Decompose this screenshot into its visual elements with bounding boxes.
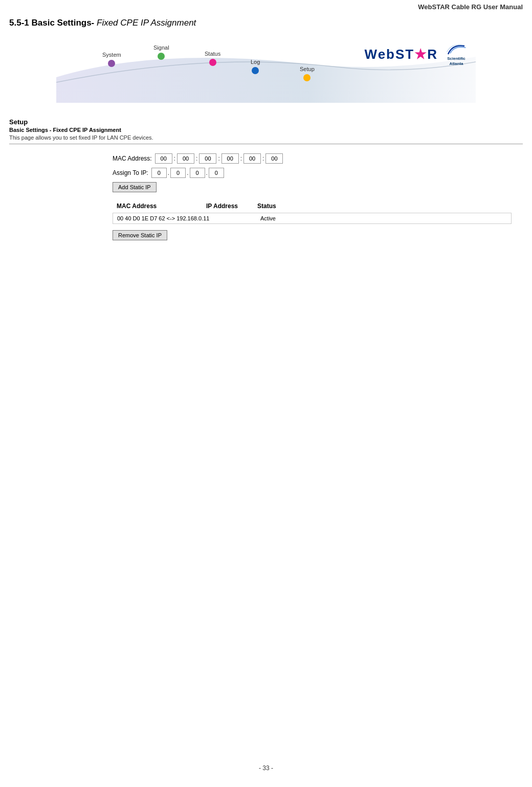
table-row: 00 40 D0 1E D7 62 <-> 192.168.0.11 Activ… [113,213,511,223]
table-header-row: MAC Address IP Address Status [113,201,512,211]
mac-field-2[interactable] [177,153,194,164]
manual-title: WebSTAR Cable RG User Manual [418,3,523,11]
webstar-logo: WebST ★ R ScientificAtlanta [365,41,471,67]
remove-static-ip-button[interactable]: Remove Static IP [113,230,167,240]
mac-field-1[interactable] [155,153,172,164]
ip-field-4[interactable] [209,168,224,178]
static-ip-table-section: MAC Address IP Address Status 00 40 D0 1… [113,201,512,224]
scientific-atlanta-logo: ScientificAtlanta [442,41,471,67]
section-title: 5.5-1 Basic Settings- Fixed CPE IP Assig… [0,13,532,31]
col-header-mac: MAC Address [117,203,206,210]
signal-dot [158,53,165,60]
webstar-text-before: WebST [365,47,415,62]
title-main: 5.5-1 Basic Settings- [9,18,94,28]
status-label: Status [205,51,220,57]
ip-field-1[interactable] [151,168,167,178]
log-dot [252,67,259,74]
sa-company-name: ScientificAtlanta [447,56,465,66]
signal-label: Signal [153,44,169,51]
nav-tab-setup[interactable]: Setup [300,66,315,81]
table-wrapper: 00 40 D0 1E D7 62 <-> 192.168.0.11 Activ… [113,213,512,224]
col-header-status: Status [257,203,293,210]
webstar-star-icon: ★ [414,47,427,62]
ip-field-2[interactable] [170,168,186,178]
nav-tab-system[interactable]: System [102,52,121,67]
ip-inputs-group: . . . [151,168,224,178]
page-number: - 33 - [259,764,273,772]
form-area: MAC Address: : : : : : Assign To IP: . .… [0,153,532,240]
nav-bar: System Signal Status Log Setup WebST ★ R [0,31,532,113]
mac-sep-1: : [174,155,175,162]
page-description: This page allows you to set fixed IP for… [9,134,523,141]
breadcrumb: Basic Settings - Fixed CPE IP Assignment [9,127,523,133]
mac-sep-5: : [262,155,264,162]
setup-nav-label: Setup [300,66,315,72]
mac-sep-3: : [218,155,219,162]
page-header: WebSTAR Cable RG User Manual [0,0,532,13]
nav-tab-signal[interactable]: Signal [153,44,169,60]
webstar-text-after: R [427,47,438,62]
table-cell-status: Active [260,215,296,221]
log-label: Log [251,59,260,65]
ip-field-3[interactable] [190,168,205,178]
system-dot [108,60,115,67]
mac-label: MAC Address: [113,155,152,162]
ip-label: Assign To IP: [113,169,148,176]
ip-sep-2: . [187,169,188,176]
col-header-ip: IP Address [206,203,257,210]
mac-sep-2: : [196,155,197,162]
status-dot [209,59,216,66]
ip-sep-1: . [168,169,169,176]
system-label: System [102,52,121,58]
add-static-ip-button[interactable]: Add Static IP [113,182,157,192]
nav-tab-status[interactable]: Status [205,51,220,66]
webstar-text-group: WebST ★ R [365,47,438,62]
mac-address-row: MAC Address: : : : : : [113,153,512,164]
mac-sep-4: : [240,155,242,162]
mac-field-5[interactable] [243,153,261,164]
setup-heading: Setup [9,118,523,126]
setup-section: Setup Basic Settings - Fixed CPE IP Assi… [0,118,532,144]
mac-inputs-group: : : : : : [155,153,283,164]
mac-field-4[interactable] [221,153,239,164]
ip-address-row: Assign To IP: . . . [113,168,512,178]
mac-field-6[interactable] [265,153,283,164]
mac-field-3[interactable] [199,153,216,164]
add-button-row: Add Static IP [113,182,512,192]
ip-sep-3: . [206,169,208,176]
title-sub: Fixed CPE IP Assignment [94,18,196,28]
sa-swoosh-svg [446,42,467,56]
setup-dot [303,74,311,81]
table-cell-mac-ip: 00 40 D0 1E D7 62 <-> 192.168.0.11 [117,215,260,221]
page-footer: - 33 - [0,764,532,772]
nav-tab-log[interactable]: Log [251,59,260,74]
remove-button-row: Remove Static IP [113,230,512,240]
section-divider [9,144,523,144]
nav-bar-inner: System Signal Status Log Setup WebST ★ R [56,36,476,103]
